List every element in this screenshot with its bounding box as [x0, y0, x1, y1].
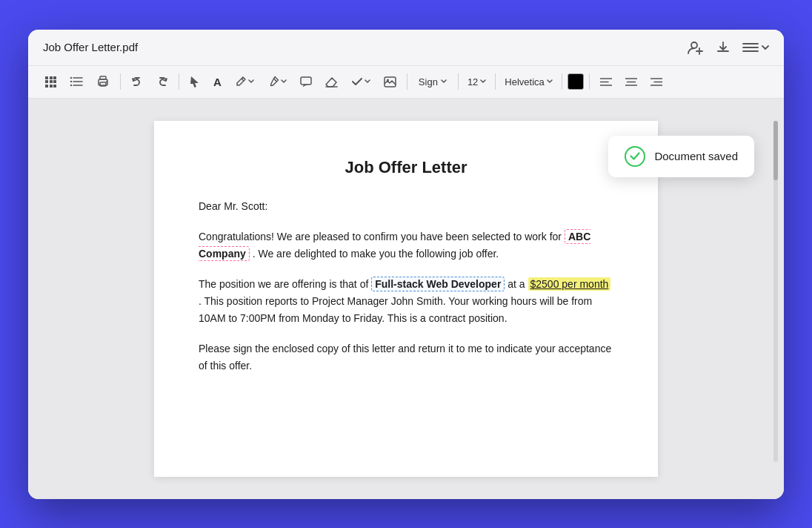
- sign-button[interactable]: Sign: [413, 73, 453, 90]
- font-size-selector[interactable]: 12: [464, 74, 490, 90]
- svg-point-10: [70, 81, 72, 82]
- saved-toast: Document saved: [608, 136, 754, 177]
- document-title: Job Offer Letter.pdf: [43, 41, 138, 53]
- cursor-button[interactable]: [184, 72, 205, 91]
- salary-highlight: $2500 per month: [528, 277, 611, 291]
- svg-rect-13: [100, 76, 106, 79]
- color-swatch[interactable]: [568, 73, 584, 90]
- paragraph-3: Please sign the enclosed copy of this le…: [199, 340, 613, 374]
- toolbar: A: [28, 66, 784, 99]
- svg-point-15: [106, 81, 107, 82]
- grid-button[interactable]: [40, 73, 61, 91]
- check-circle-icon: [625, 146, 645, 167]
- svg-line-16: [242, 79, 244, 81]
- document-area: Job Offer Letter Dear Mr. Scott: Congrat…: [28, 99, 784, 499]
- svg-point-9: [70, 77, 72, 79]
- role-name-highlight: Full-stack Web Developer: [371, 277, 505, 291]
- saved-toast-message: Document saved: [654, 150, 738, 162]
- redo-button[interactable]: [151, 72, 173, 91]
- checkmark-button[interactable]: [346, 73, 376, 90]
- toolbar-divider-5: [495, 73, 496, 90]
- scrollbar[interactable]: [773, 121, 778, 462]
- image-button[interactable]: [379, 73, 402, 91]
- title-bar: Job Offer Letter.pdf: [28, 30, 784, 66]
- toolbar-divider-6: [562, 73, 562, 90]
- svg-point-0: [691, 42, 697, 48]
- list-button[interactable]: [64, 73, 88, 90]
- align-left-button[interactable]: [595, 73, 617, 90]
- align-right-button[interactable]: [645, 73, 668, 90]
- download-icon[interactable]: [716, 40, 731, 55]
- scroll-thumb[interactable]: [773, 121, 778, 180]
- marker-button[interactable]: [262, 72, 292, 91]
- toolbar-divider-1: [120, 73, 121, 90]
- toolbar-divider-7: [589, 73, 590, 90]
- pen-button[interactable]: [230, 72, 259, 91]
- print-button[interactable]: [91, 72, 115, 91]
- svg-rect-14: [100, 82, 106, 86]
- align-center-button[interactable]: [620, 73, 642, 90]
- title-bar-actions: [688, 40, 769, 55]
- paragraph-2: The position we are offering is that of …: [199, 276, 613, 327]
- svg-point-11: [70, 85, 72, 86]
- eraser-button[interactable]: [320, 73, 343, 91]
- svg-rect-18: [301, 77, 311, 85]
- font-selector[interactable]: Helvetica: [501, 74, 556, 90]
- document-page: Job Offer Letter Dear Mr. Scott: Congrat…: [154, 121, 658, 477]
- document-heading: Job Offer Letter: [199, 158, 613, 177]
- add-person-icon[interactable]: [688, 40, 704, 55]
- undo-button[interactable]: [126, 72, 148, 91]
- paragraph-1: Congratulations! We are pleased to confi…: [199, 228, 613, 263]
- salutation: Dear Mr. Scott:: [199, 198, 613, 215]
- comment-button[interactable]: [295, 73, 317, 91]
- app-window: Job Offer Letter.pdf: [28, 30, 784, 499]
- toolbar-divider-2: [179, 73, 179, 90]
- toolbar-divider-4: [458, 73, 459, 90]
- toolbar-divider-3: [407, 73, 407, 90]
- text-button[interactable]: A: [208, 72, 227, 92]
- menu-icon-group[interactable]: [742, 42, 769, 53]
